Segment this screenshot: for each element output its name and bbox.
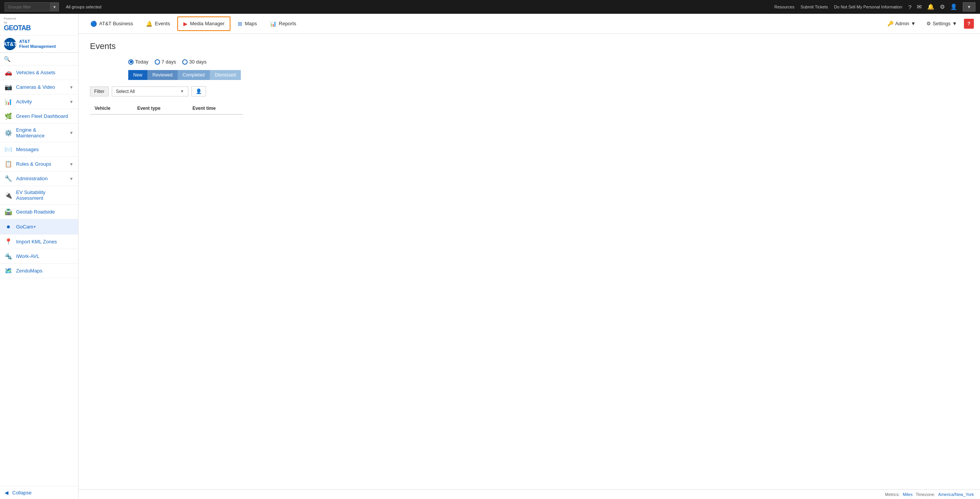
engine-icon: ⚙️ [5, 129, 12, 137]
groups-filter-input[interactable] [5, 2, 51, 11]
events-tab-icon: 🔔 [146, 21, 152, 27]
settings-chevron-icon: ▼ [952, 21, 957, 26]
sidebar-logo: Poweredby GEOTAB [0, 14, 78, 36]
nav-bar-right: 🔑 Admin ▼ ⚙ Settings ▼ ? [884, 19, 974, 29]
collapse-label: Collapse [12, 490, 32, 496]
status-tab-new[interactable]: New [128, 70, 147, 80]
tab-events[interactable]: 🔔 Events [140, 16, 176, 31]
sidebar-item-vehicles-assets[interactable]: 🚗 Vehicles & Assets [0, 65, 78, 80]
geotab-brand: GEOTAB [4, 24, 31, 32]
time-option-30days[interactable]: 30 days [182, 59, 207, 65]
time-option-7days[interactable]: 7 days [155, 59, 176, 65]
mail-icon[interactable]: ✉ [917, 3, 922, 10]
top-bar-left: ▼ All groups selected [5, 2, 101, 11]
status-tab-dismissed[interactable]: Dismissed [210, 70, 241, 80]
time-option-today[interactable]: Today [128, 59, 149, 65]
settings-button[interactable]: ⚙ Settings ▼ [923, 19, 961, 28]
filter-select-value: Select All [116, 89, 135, 94]
sidebar-item-label: Rules & Groups [16, 161, 65, 167]
admin-button[interactable]: 🔑 Admin ▼ [884, 19, 920, 28]
top-bar: ▼ All groups selected Resources Submit T… [0, 0, 980, 14]
filter-select-dropdown[interactable]: Select All ▼ [112, 86, 188, 96]
groups-filter-container: ▼ [5, 2, 59, 11]
sidebar-item-engine-maintenance[interactable]: ⚙️ Engine & Maintenance ▼ [0, 124, 78, 142]
top-bar-icons: ? ✉ 🔔 ⚙ 👤 ▼ [908, 2, 975, 11]
sidebar-item-gocam-plus[interactable]: ● GoCam+ [0, 219, 78, 235]
sidebar-item-green-fleet[interactable]: 🌿 Green Fleet Dashboard [0, 109, 78, 124]
main-layout: Poweredby GEOTAB AT&T AT&T Fleet Managem… [0, 14, 980, 499]
metrics-label: Metrics: [885, 492, 900, 497]
metrics-value[interactable]: Miles [903, 492, 913, 497]
tab-reports-label: Reports [279, 21, 296, 26]
sidebar-item-messages[interactable]: ✉️ Messages [0, 142, 78, 157]
help-icon[interactable]: ? [908, 4, 911, 10]
groups-filter-dropdown-btn[interactable]: ▼ [51, 2, 59, 11]
time-30days-label: 30 days [189, 59, 207, 65]
sidebar-item-zendu-maps[interactable]: 🗺️ ZenduMaps [0, 264, 78, 278]
user-icon[interactable]: 👤 [950, 3, 957, 10]
time-today-label: Today [135, 59, 149, 65]
sidebar-item-label: Activity [16, 99, 65, 104]
radio-7days[interactable] [155, 59, 160, 65]
sidebar-item-iwork-avl[interactable]: 🔩 iWork-AVL [0, 249, 78, 264]
status-tabs: New Reviewed Completed Dismissed [128, 70, 969, 80]
sidebar-item-cameras-video[interactable]: 📷 Cameras & Video ▼ [0, 80, 78, 95]
sidebar-search[interactable]: 🔍 [0, 53, 78, 65]
ev-icon: 🔌 [5, 192, 12, 199]
col-event-type: Event type [132, 103, 188, 114]
page-title: Events [90, 41, 969, 51]
sidebar-item-geotab-roadside[interactable]: 🛣️ Geotab Roadside [0, 205, 78, 219]
filter-person-button[interactable]: 👤 [191, 86, 206, 96]
kml-icon: 📍 [5, 238, 12, 245]
groups-filter-value: All groups selected [66, 5, 101, 9]
sidebar-item-label: GoCam+ [16, 224, 74, 230]
search-icon[interactable]: 🔍 [4, 56, 10, 62]
chevron-down-icon: ▼ [69, 85, 74, 90]
gocam-icon: ● [5, 223, 12, 231]
sidebar-item-rules-groups[interactable]: 📋 Rules & Groups ▼ [0, 157, 78, 171]
sidebar-item-activity[interactable]: 📊 Activity ▼ [0, 95, 78, 109]
content-area: 🔵 AT&T Business 🔔 Events ▶ Media Manager… [78, 14, 980, 499]
status-tab-reviewed[interactable]: Reviewed [147, 70, 178, 80]
green-fleet-icon: 🌿 [5, 113, 12, 120]
sidebar-collapse-btn[interactable]: ◀ Collapse [0, 486, 78, 499]
help-button[interactable]: ? [964, 19, 974, 29]
filter-row: Filter Select All ▼ 👤 [90, 86, 969, 96]
table-header-row: Vehicle Event type Event time [90, 103, 243, 114]
roadside-icon: 🛣️ [5, 208, 12, 215]
sidebar-item-import-kml[interactable]: 📍 Import KML Zones [0, 235, 78, 249]
sidebar-item-ev-suitability[interactable]: 🔌 EV Suitability Assessment [0, 186, 78, 205]
att-business-icon: 🔵 [90, 21, 97, 27]
tab-att-business[interactable]: 🔵 AT&T Business [85, 16, 139, 31]
chevron-down-icon: ▼ [69, 162, 74, 166]
tab-reports[interactable]: 📊 Reports [264, 16, 302, 31]
col-event-time: Event time [188, 103, 243, 114]
filter-chevron-icon: ▼ [180, 89, 184, 93]
user-dropdown-btn[interactable]: ▼ [963, 2, 975, 11]
sidebar-item-label: Green Fleet Dashboard [16, 113, 74, 119]
radio-today[interactable] [128, 59, 134, 65]
do-not-sell-link[interactable]: Do Not Sell My Personal Information [834, 5, 902, 9]
status-tab-completed[interactable]: Completed [178, 70, 210, 80]
timezone-label: Timezone: [916, 492, 935, 497]
sidebar-item-administration[interactable]: 🔧 Administration ▼ [0, 171, 78, 186]
time-filter: Today 7 days 30 days [128, 59, 969, 65]
gear-icon[interactable]: ⚙ [940, 3, 945, 10]
tab-maps[interactable]: ⊞ Maps [232, 16, 263, 31]
resources-link[interactable]: Resources [774, 5, 795, 9]
admin-icon: 🔑 [887, 21, 893, 26]
maps-icon: ⊞ [238, 21, 242, 27]
tab-media-manager[interactable]: ▶ Media Manager [177, 16, 230, 31]
radio-30days[interactable] [182, 59, 188, 65]
admin-icon: 🔧 [5, 175, 12, 182]
sidebar-item-label: Vehicles & Assets [16, 70, 74, 75]
vehicles-assets-icon: 🚗 [5, 69, 12, 76]
bell-icon[interactable]: 🔔 [927, 3, 934, 10]
admin-chevron-icon: ▼ [911, 21, 916, 26]
att-text: AT&T Fleet Management [19, 39, 56, 49]
top-bar-right: Resources Submit Tickets Do Not Sell My … [774, 2, 975, 11]
submit-tickets-link[interactable]: Submit Tickets [800, 5, 828, 9]
help-question-icon: ? [967, 21, 970, 26]
timezone-value[interactable]: America/New_York [938, 492, 974, 497]
page-content: Events Today 7 days 30 days New [78, 34, 980, 489]
